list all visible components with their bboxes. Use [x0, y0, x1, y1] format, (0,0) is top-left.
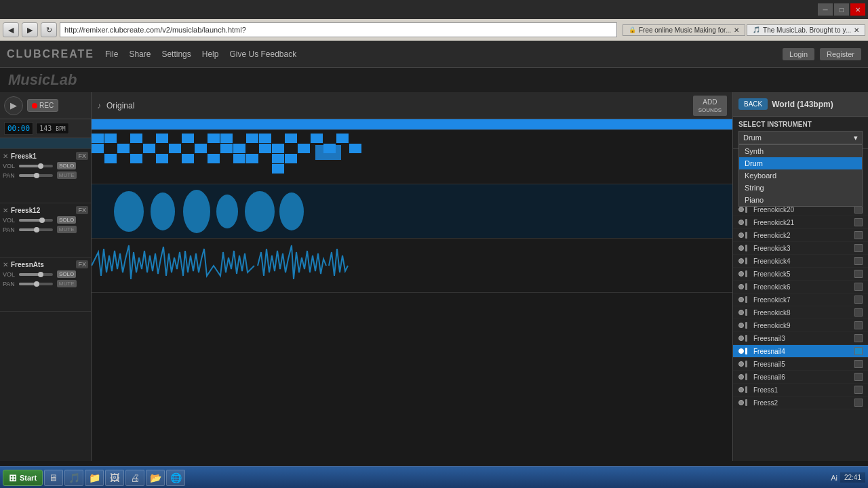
instrument-dropdown-display[interactable]: Drum ▾ [738, 131, 863, 144]
sound-item-10[interactable]: Freesnail3 [733, 332, 868, 345]
dropdown-option-keyboard[interactable]: Keyboard [739, 169, 862, 182]
track-1-pattern[interactable] [92, 130, 732, 184]
sound-item-2[interactable]: Freenokick2 [733, 229, 868, 242]
sound-item-12[interactable]: Freesnail5 [733, 358, 868, 371]
taskbar-icon-0[interactable]: 🖥 [44, 470, 63, 486]
sound-check-11[interactable] [854, 347, 863, 355]
track-1-ctrl: ✕ Freesk1 FX VOL SOLO PAN [0, 149, 91, 203]
taskbar-icon-6[interactable]: 🌐 [166, 470, 185, 486]
sound-item-15[interactable]: Freess2 [733, 396, 868, 409]
sound-check-3[interactable] [854, 244, 863, 252]
track-1-pan-slider[interactable] [19, 174, 53, 177]
app-title: MusicLab [8, 71, 77, 89]
sound-check-2[interactable] [854, 231, 863, 239]
track-1-close[interactable]: ✕ [3, 152, 8, 160]
track-3-fx[interactable]: FX [76, 260, 88, 268]
forward-nav-button[interactable]: ▶ [22, 22, 38, 37]
close-button[interactable]: ✕ [850, 3, 865, 16]
address-bar[interactable]: http://remixer.clubcreate.com/v2/musicla… [60, 22, 617, 37]
sound-item-8[interactable]: Freenokick8 [733, 306, 868, 319]
sound-check-12[interactable] [854, 360, 863, 368]
progress-bar[interactable] [92, 119, 732, 130]
svg-point-1 [151, 192, 175, 230]
select-instrument-section: SELECT INSTRUMENT Drum ▾ Synth Drum Keyb… [733, 117, 868, 149]
sound-item-6[interactable]: Freenokick6 [733, 281, 868, 293]
sound-check-10[interactable] [854, 334, 863, 342]
sound-item-3[interactable]: Freenokick3 [733, 242, 868, 255]
sound-check-13[interactable] [854, 373, 863, 381]
sound-item-11[interactable]: Freesnail4 [733, 345, 868, 358]
dropdown-option-string[interactable]: String [739, 182, 862, 194]
track-2-solo[interactable]: SOLO [57, 216, 76, 224]
instrument-dropdown-menu[interactable]: Synth Drum Keyboard String Piano [738, 144, 863, 207]
sound-check-4[interactable] [854, 257, 863, 265]
nav-feedback[interactable]: Give Us Feedback [229, 47, 296, 62]
track-3-pattern[interactable] [92, 239, 732, 293]
sound-item-7[interactable]: Freenokick7 [733, 293, 868, 306]
sound-item-13[interactable]: Freesnail6 [733, 371, 868, 384]
track-2-close[interactable]: ✕ [3, 207, 8, 214]
sound-icon-6 [738, 283, 749, 291]
taskbar-icon-4[interactable]: 🖨 [125, 470, 144, 486]
sound-check-8[interactable] [854, 308, 863, 317]
minimize-button[interactable]: ─ [818, 3, 833, 16]
sound-icon-7 [738, 296, 749, 304]
track-1-mute[interactable]: MUTE [57, 171, 77, 179]
dropdown-option-piano[interactable]: Piano [739, 194, 862, 206]
ai-text: Ai [831, 474, 837, 482]
select-instrument-label: SELECT INSTRUMENT [738, 121, 863, 128]
rec-button[interactable]: REC [27, 99, 58, 112]
sound-item-14[interactable]: Freess1 [733, 384, 868, 396]
nav-settings[interactable]: Settings [161, 47, 191, 62]
track-2-pan-slider[interactable] [19, 228, 53, 231]
nav-file[interactable]: File [105, 47, 118, 62]
taskbar-icon-5[interactable]: 📂 [146, 470, 165, 486]
sound-check-14[interactable] [854, 386, 863, 394]
original-label: Original [106, 101, 134, 110]
track-2-mute[interactable]: MUTE [57, 226, 77, 233]
bpm-display: 143 BPM [36, 123, 69, 134]
sound-item-5[interactable]: Freenokick5 [733, 268, 868, 281]
track-1-vol-slider[interactable] [19, 165, 53, 167]
sound-item-4[interactable]: Freenokick4 [733, 255, 868, 268]
back-nav-button[interactable]: ◀ [3, 22, 19, 37]
maximize-button[interactable]: □ [834, 3, 849, 16]
svg-point-4 [245, 191, 275, 232]
register-button[interactable]: Register [820, 48, 861, 60]
track-3-close[interactable]: ✕ [3, 261, 8, 268]
track-3-mute[interactable]: MUTE [57, 280, 77, 287]
track-1-fx[interactable]: FX [76, 152, 88, 160]
track-3-solo[interactable]: SOLO [57, 270, 76, 278]
login-button[interactable]: Login [783, 48, 814, 60]
taskbar-icon-2[interactable]: 📁 [85, 470, 104, 486]
sound-check-1[interactable] [854, 218, 863, 226]
track-2-fx[interactable]: FX [76, 206, 88, 214]
sound-check-7[interactable] [854, 296, 863, 304]
refresh-button[interactable]: ↻ [41, 22, 57, 37]
play-button[interactable]: ▶ [4, 96, 23, 115]
dropdown-option-drum[interactable]: Drum [739, 157, 862, 169]
taskbar-icon-1[interactable]: 🎵 [64, 470, 83, 486]
right-panel: BACK World (143bpm) SELECT INSTRUMENT Dr… [732, 92, 868, 461]
back-to-world-button[interactable]: BACK [738, 98, 768, 110]
sound-check-15[interactable] [854, 399, 863, 407]
taskbar-right: Ai 22:41 [831, 472, 865, 483]
nav-share[interactable]: Share [129, 47, 151, 62]
sound-check-9[interactable] [854, 321, 863, 329]
track-3-pan-slider[interactable] [19, 283, 53, 285]
sound-name-8: Freenokick8 [753, 309, 850, 317]
sound-check-6[interactable] [854, 283, 863, 291]
track-1-solo[interactable]: SOLO [57, 162, 76, 169]
dropdown-option-synth[interactable]: Synth [739, 145, 862, 157]
sound-item-9[interactable]: Freenokick9 [733, 319, 868, 332]
track-2-pattern[interactable] [92, 184, 732, 239]
add-sounds-button[interactable]: ADD SOUNDS [693, 96, 727, 116]
start-button[interactable]: ⊞ Start [3, 470, 43, 486]
track-3-vol-slider[interactable] [19, 273, 53, 276]
sound-item-1[interactable]: Freenokick21 [733, 216, 868, 229]
track-2-vol-slider[interactable] [19, 219, 53, 222]
track-1-name: Freesk1 [11, 152, 73, 160]
taskbar-icon-3[interactable]: 🖼 [105, 470, 124, 486]
nav-help[interactable]: Help [202, 47, 219, 62]
sound-check-5[interactable] [854, 270, 863, 278]
